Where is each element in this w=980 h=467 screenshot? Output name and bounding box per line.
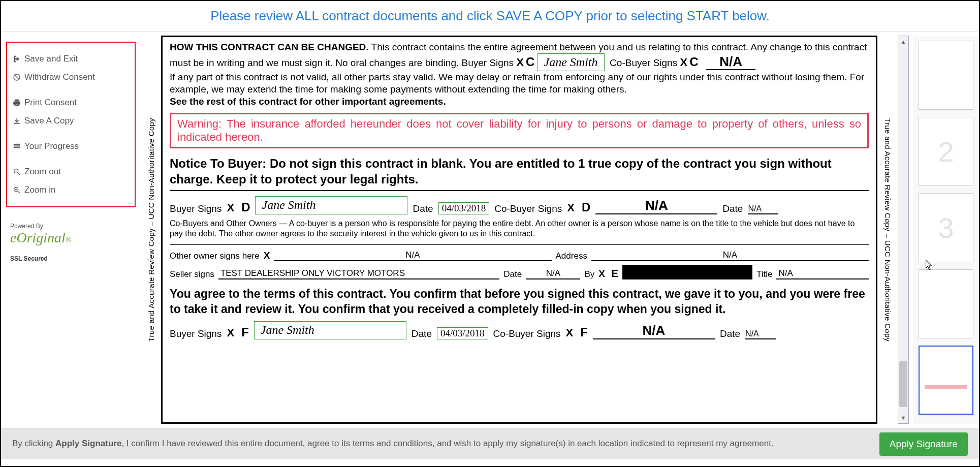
buyer-signature-c[interactable]: Jane Smith [538, 53, 605, 72]
watermark-right: True and Accurate Review Copy – UCC Non-… [877, 36, 898, 424]
other-owner-sig: N/A [274, 250, 551, 261]
footer-bar: By clicking Apply Signature, I confirm I… [1, 428, 979, 459]
insurance-warning: Warning: The insurance afforded hereunde… [170, 113, 869, 148]
thumb-page-4[interactable]: 4 [919, 269, 973, 338]
sidebar-item-zoom-out[interactable]: Zoom out [10, 163, 132, 181]
menu-label: Zoom out [24, 167, 61, 177]
document-scrollbar[interactable]: ▲ ▼ [898, 36, 909, 424]
scroll-up-icon[interactable]: ▲ [898, 36, 908, 47]
seller-row: Seller signs TEST DEALERSHIP ONLY VICTOR… [170, 265, 869, 279]
menu-label: Save A Copy [24, 116, 74, 126]
contract-document: HOW THIS CONTRACT CAN BE CHANGED. This c… [161, 36, 877, 424]
thumb-page-5[interactable]: 5 [919, 346, 973, 415]
sig-letter-c2: C [689, 55, 698, 69]
thumb-page-3[interactable]: 3 [919, 193, 973, 262]
change-clause: HOW THIS CONTRACT CAN BE CHANGED. This c… [170, 41, 869, 108]
sidebar-item-zoom-in[interactable]: Zoom in [10, 181, 132, 199]
eoriginal-logo: eOriginal® [10, 230, 136, 246]
agreement-statement: You agree to the terms of this contract.… [170, 287, 869, 317]
powered-by-block: Powered By eOriginal® [6, 223, 136, 246]
seller-by-redacted [622, 265, 752, 279]
svg-line-8 [18, 191, 20, 193]
sig-x: X [680, 56, 687, 69]
exit-icon [12, 54, 21, 64]
signature-row-d: Buyer Signs XD Jane Smith Date 04/03/201… [170, 196, 869, 214]
cobuyer-definition: Co-Buyers and Other Owners — A co-buyer … [170, 219, 869, 240]
list-icon [12, 142, 21, 151]
seller-name: TEST DEALERSHIP ONLY VICTORY MOTORS [218, 268, 499, 279]
top-banner: Please review ALL contract documents and… [1, 1, 979, 32]
sig-letter-c: C [526, 55, 534, 69]
watermark-left: True and Accurate Review Copy – UCC Non-… [141, 36, 161, 424]
sig-letter-d: D [241, 200, 250, 214]
seller-date: N/A [526, 268, 580, 279]
cobuyer-signature-f: N/A [593, 323, 715, 339]
apply-signature-button[interactable]: Apply Signature [879, 432, 968, 456]
sig-letter-d2: D [582, 200, 590, 214]
sidebar-item-withdraw[interactable]: Withdraw Consent [10, 68, 132, 86]
sidebar-menu: Save and Exit Withdraw Consent Print Con… [6, 42, 136, 207]
powered-by-label: Powered By [10, 223, 136, 230]
thumb-page-2[interactable]: 2 [919, 117, 973, 186]
menu-label: Save and Exit [24, 54, 78, 64]
buyer-signature-d[interactable]: Jane Smith [255, 196, 407, 214]
ssl-label: SSL Secured [6, 255, 136, 262]
page-thumbnails: 1 2 3 4 5 [913, 36, 979, 424]
download-icon [12, 116, 21, 126]
sig-letter-f: F [241, 325, 249, 339]
sig-letter-e: E [611, 267, 618, 279]
menu-label: Withdraw Consent [24, 72, 95, 82]
thumb-page-1[interactable]: 1 [919, 41, 973, 110]
sig-letter-f2: F [580, 325, 588, 339]
sidebar-item-save-copy[interactable]: Save A Copy [10, 112, 132, 130]
other-owner-row: Other owner signs here X N/A Address N/A [170, 250, 869, 261]
sidebar-item-save-exit[interactable]: Save and Exit [10, 50, 132, 68]
other-owner-address: N/A [591, 250, 869, 261]
sig-x: X [516, 56, 524, 69]
sidebar: Save and Exit Withdraw Consent Print Con… [1, 32, 141, 428]
zoom-out-icon [12, 167, 21, 176]
seller-title: N/A [776, 268, 869, 279]
cobuyer-date-d: N/A [748, 204, 778, 214]
menu-label: Zoom in [24, 185, 55, 195]
apply-disclaimer: By clicking Apply Signature, I confirm I… [12, 438, 869, 449]
scroll-thumb[interactable] [899, 361, 907, 407]
buyer-date-d[interactable]: 04/03/2018 [438, 202, 490, 214]
sidebar-item-print[interactable]: Print Consent [10, 94, 132, 112]
buyer-date-f[interactable]: 04/03/2018 [437, 327, 488, 339]
zoom-in-icon [12, 185, 21, 195]
signature-row-f: Buyer Signs XF Jane Smith Date 04/03/201… [170, 321, 869, 339]
buyer-signature-f[interactable]: Jane Smith [254, 321, 406, 339]
cobuyer-signature-c: N/A [706, 54, 755, 70]
printer-icon [12, 98, 21, 107]
cobuyer-signature-d: N/A [595, 198, 717, 214]
svg-line-4 [18, 173, 20, 175]
ban-icon [12, 73, 21, 82]
document-viewer: True and Accurate Review Copy – UCC Non-… [141, 32, 979, 428]
review-instruction: Please review ALL contract documents and… [210, 8, 770, 24]
buyer-notice: Notice To Buyer: Do not sign this contra… [170, 155, 869, 187]
scroll-down-icon[interactable]: ▼ [898, 412, 908, 423]
menu-label: Print Consent [24, 98, 77, 108]
cobuyer-date-f: N/A [745, 329, 776, 339]
menu-label: Your Progress [24, 141, 79, 151]
svg-line-1 [14, 75, 19, 79]
sidebar-item-progress[interactable]: Your Progress [10, 137, 132, 155]
